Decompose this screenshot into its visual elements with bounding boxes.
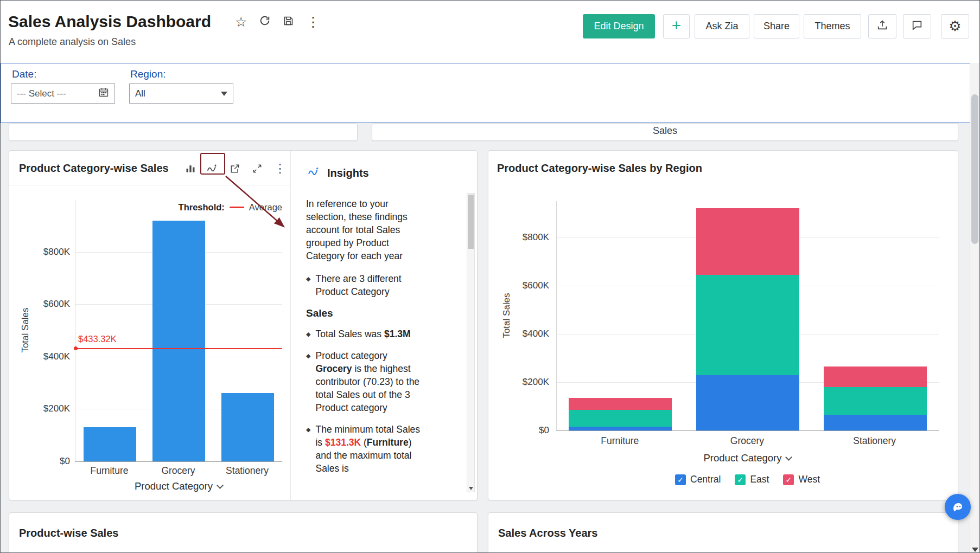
export-icon bbox=[876, 19, 888, 34]
settings-button[interactable]: ⚙ bbox=[941, 14, 969, 38]
legend-checkbox[interactable]: ✓ bbox=[735, 474, 746, 485]
threshold-line bbox=[75, 348, 282, 349]
insights-scrollbar[interactable] bbox=[467, 193, 475, 492]
date-filter-label: Date: bbox=[12, 68, 36, 80]
insight-text: Total Sales was $1.3M bbox=[315, 327, 410, 340]
page-scrollbar-thumb[interactable] bbox=[971, 94, 978, 244]
app-header: Sales Analysis Dashboard A complete anal… bbox=[1, 1, 979, 63]
partial-card-top-left bbox=[9, 123, 358, 141]
card-title: Product-wise Sales bbox=[19, 527, 118, 539]
series-legend: ✓Central✓East✓West bbox=[556, 474, 939, 485]
x-tick-label: Furniture bbox=[556, 435, 684, 447]
x-tick-label: Furniture bbox=[75, 465, 144, 477]
bar-segment-east-furniture[interactable] bbox=[569, 410, 672, 427]
y-tick-label: $600K bbox=[9, 299, 70, 310]
bar-segment-west-stationery[interactable] bbox=[824, 366, 927, 387]
chevron-down-icon bbox=[217, 482, 224, 489]
insight-item: ◆ Total Sales was $1.3M bbox=[306, 327, 424, 340]
legend-west[interactable]: ✓West bbox=[783, 474, 820, 485]
legend-east[interactable]: ✓East bbox=[735, 474, 769, 485]
chart-type-icon[interactable] bbox=[184, 162, 197, 175]
page-title: Sales Analysis Dashboard bbox=[8, 12, 211, 31]
product-wise-sales-card: Product-wise Sales bbox=[9, 512, 478, 553]
insights-scrollbar-thumb[interactable] bbox=[468, 195, 474, 249]
insights-intro: In reference to your selection, these fi… bbox=[306, 197, 424, 262]
scroll-down-arrow-icon[interactable] bbox=[467, 487, 474, 490]
open-in-new-icon[interactable] bbox=[228, 162, 241, 175]
card-title: Product Category-wise Sales by Region bbox=[497, 151, 702, 185]
bar-segment-central-stationery[interactable] bbox=[824, 415, 927, 430]
add-button[interactable]: + bbox=[663, 14, 690, 38]
legend-checkbox[interactable]: ✓ bbox=[675, 474, 686, 485]
comments-button[interactable] bbox=[903, 14, 931, 38]
bullet-diamond-icon: ◆ bbox=[306, 423, 310, 475]
insights-section-heading: Sales bbox=[306, 307, 424, 320]
chevron-down-icon bbox=[786, 454, 793, 461]
ask-zia-button[interactable]: Ask Zia bbox=[695, 14, 749, 38]
y-tick-label: $200K bbox=[9, 403, 70, 414]
insights-panel: Insights In reference to your selection,… bbox=[301, 151, 464, 500]
insight-text: Product category Grocery is the highest … bbox=[315, 349, 424, 414]
comment-icon bbox=[911, 19, 923, 34]
page-subtitle: A complete analysis on Sales bbox=[9, 36, 136, 48]
bar-segment-east-stationery[interactable] bbox=[824, 387, 927, 415]
bar-segment-west-furniture[interactable] bbox=[569, 398, 672, 410]
bar-stationery[interactable] bbox=[221, 393, 275, 461]
card-header: Product Category-wise Sales ⋮ bbox=[9, 151, 290, 185]
zia-assistant-button[interactable] bbox=[945, 494, 971, 520]
insight-text: There are 3 different Product Category bbox=[315, 272, 424, 298]
insights-body: In reference to your selection, these fi… bbox=[306, 197, 424, 484]
bar-grocery[interactable] bbox=[152, 221, 206, 461]
region-filter-label: Region: bbox=[130, 68, 166, 80]
bar-furniture[interactable] bbox=[84, 427, 137, 461]
favorite-star-icon[interactable]: ☆ bbox=[235, 15, 247, 29]
legend-checkbox[interactable]: ✓ bbox=[783, 474, 794, 485]
y-tick-label: $800K bbox=[9, 247, 70, 258]
sales-across-years-card: Sales Across Years bbox=[488, 512, 958, 553]
card-title: Product Category-wise Sales bbox=[19, 151, 169, 185]
card-kebab-icon[interactable]: ⋮ bbox=[273, 162, 287, 175]
themes-button[interactable]: Themes bbox=[804, 14, 861, 38]
bullet-diamond-icon: ◆ bbox=[306, 349, 310, 414]
bar-segment-east-grocery[interactable] bbox=[696, 275, 799, 375]
y-tick-label: $800K bbox=[488, 232, 549, 243]
filter-bar: Date: --- Select --- Region: All bbox=[1, 63, 971, 123]
partial-card-top-right: Sales bbox=[372, 123, 958, 141]
legend-label: West bbox=[798, 474, 820, 485]
threshold-value-label: $433.32K bbox=[78, 334, 117, 344]
region-filter-select[interactable]: All bbox=[129, 83, 233, 104]
more-options-kebab-icon[interactable]: ⋮ bbox=[306, 15, 320, 29]
x-axis-title[interactable]: Product Category bbox=[556, 452, 939, 464]
bar-segment-west-grocery[interactable] bbox=[696, 208, 799, 274]
bar-segment-central-furniture[interactable] bbox=[569, 427, 672, 430]
insight-item: ◆ There are 3 different Product Category bbox=[306, 272, 424, 298]
refresh-icon[interactable] bbox=[259, 15, 271, 29]
expand-icon[interactable] bbox=[251, 162, 264, 175]
edit-design-button[interactable]: Edit Design bbox=[583, 14, 655, 38]
y-axis-ticks: $0$200K$400K$600K$800K bbox=[9, 200, 70, 462]
y-tick-label: $0 bbox=[488, 425, 549, 436]
y-tick-label: $400K bbox=[488, 329, 549, 339]
insights-title: Insights bbox=[327, 167, 369, 179]
zia-chat-icon bbox=[950, 498, 965, 516]
save-icon[interactable] bbox=[283, 15, 294, 29]
date-filter-select[interactable]: --- Select --- bbox=[11, 83, 115, 104]
panel-divider bbox=[290, 151, 291, 500]
category-sales-by-region-chart: Total Sales $0$200K$400K$600K$800K Furni… bbox=[488, 185, 958, 500]
dashboard-page: Sales Analysis Dashboard A complete anal… bbox=[0, 0, 980, 553]
legend-central[interactable]: ✓Central bbox=[675, 474, 721, 485]
y-tick-label: $0 bbox=[9, 456, 70, 467]
y-tick-label: $600K bbox=[488, 280, 549, 291]
annotation-highlight-box bbox=[200, 153, 225, 175]
share-button[interactable]: Share bbox=[754, 14, 799, 38]
x-axis-ticks: FurnitureGroceryStationery bbox=[556, 435, 939, 448]
x-axis-title-text: Product Category bbox=[135, 480, 213, 492]
export-button[interactable] bbox=[868, 14, 896, 38]
page-scrollbar[interactable] bbox=[970, 63, 979, 553]
category-sales-card: Product Category-wise Sales ⋮ bbox=[9, 150, 478, 500]
y-tick-label: $200K bbox=[488, 377, 549, 388]
x-axis-title[interactable]: Product Category bbox=[75, 480, 282, 492]
date-filter-value: --- Select --- bbox=[17, 88, 66, 99]
page-scroll-down-arrow-icon[interactable] bbox=[970, 548, 979, 552]
bar-segment-central-grocery[interactable] bbox=[696, 375, 799, 430]
